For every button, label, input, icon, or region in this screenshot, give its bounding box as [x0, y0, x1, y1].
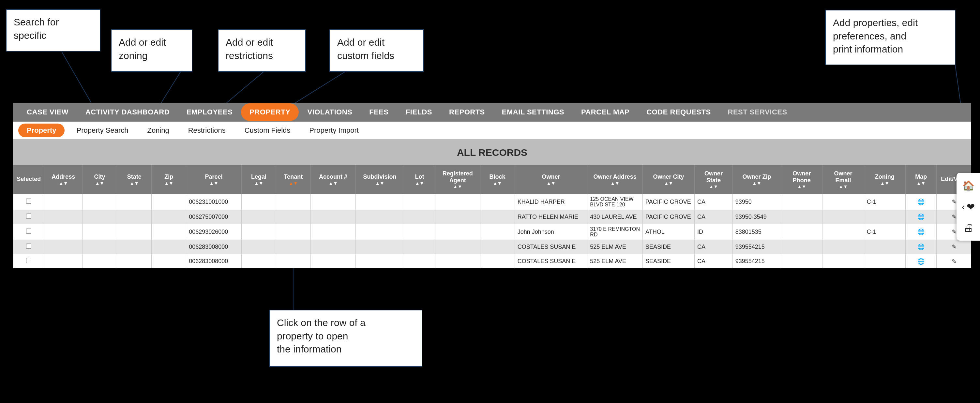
table-row[interactable]: 006283008000 COSTALES SUSAN E 525 ELM AV… — [13, 254, 972, 268]
pencil-icon[interactable]: ✎ — [951, 228, 956, 235]
nav-activity-dashboard[interactable]: ACTIVITY DASHBOARD — [77, 103, 178, 121]
pencil-icon[interactable]: ✎ — [951, 258, 956, 265]
row-checkbox[interactable] — [26, 244, 31, 249]
col-label: Owner Address — [593, 173, 636, 180]
cell-owner-zip: 93950-3549 — [732, 209, 781, 224]
col-selected[interactable]: Selected — [13, 165, 45, 194]
globe-icon[interactable]: 🌐 — [917, 243, 924, 251]
row-checkbox[interactable] — [26, 258, 31, 263]
cell-owner-address: 3170 E REMINGTON RD — [587, 224, 643, 240]
subnav-property[interactable]: Property — [18, 124, 65, 137]
col-label: Parcel — [205, 173, 223, 180]
cell-owner-state: CA — [695, 254, 733, 268]
subnav-custom-fields[interactable]: Custom Fields — [237, 124, 298, 137]
table-row[interactable]: 006231001000 KHALID HARPER 125 OCEAN VIE… — [13, 194, 972, 209]
nav-fees[interactable]: FEES — [361, 103, 397, 121]
cell-owner-city: PACIFIC GROVE — [643, 209, 695, 224]
nav-code-requests[interactable]: CODE REQUESTS — [638, 103, 719, 121]
nav-parcel-map[interactable]: PARCEL MAP — [573, 103, 638, 121]
sort-icon: ▲▼ — [313, 182, 353, 185]
col-owner-email[interactable]: Owner Email▲▼ — [822, 165, 864, 194]
home-icon[interactable]: 🏠 — [963, 180, 974, 191]
cell-owner-address: 430 LAUREL AVE — [587, 209, 643, 224]
globe-icon[interactable]: 🌐 — [917, 213, 924, 221]
cell-zoning — [864, 254, 905, 268]
nav-rest-services[interactable]: REST SERVICES — [719, 103, 796, 121]
col-city[interactable]: City▲▼ — [83, 165, 117, 194]
table-row[interactable]: 006275007000 RATTO HELEN MARIE 430 LAURE… — [13, 209, 972, 224]
col-owner-phone[interactable]: Owner Phone▲▼ — [781, 165, 822, 194]
table-row[interactable]: 006283008000 COSTALES SUSAN E 525 ELM AV… — [13, 240, 972, 254]
main-nav: CASE VIEW ACTIVITY DASHBOARD EMPLOYEES P… — [13, 103, 971, 122]
col-address[interactable]: Address▲▼ — [45, 165, 83, 194]
cell-owner: John Johnson — [515, 224, 587, 240]
col-subdivision[interactable]: Subdivision▲▼ — [355, 165, 404, 194]
col-block[interactable]: Block▲▼ — [480, 165, 515, 194]
side-toolbar: 🏠 ‹ ❤ 🖨 — [956, 173, 980, 241]
col-account[interactable]: Account #▲▼ — [310, 165, 355, 194]
col-label: Zip — [164, 173, 173, 180]
callout-text: Add or edit custom fields — [337, 37, 394, 61]
pencil-icon[interactable]: ✎ — [951, 244, 956, 250]
col-owner[interactable]: Owner▲▼ — [515, 165, 587, 194]
globe-icon[interactable]: 🌐 — [917, 258, 924, 265]
row-checkbox[interactable] — [26, 228, 31, 234]
nav-property[interactable]: PROPERTY — [241, 103, 299, 121]
nav-email-settings[interactable]: EMAIL SETTINGS — [493, 103, 573, 121]
sort-icon: ▲▼ — [84, 182, 115, 185]
chevron-left-icon[interactable]: ‹ — [962, 202, 965, 212]
col-owner-city[interactable]: Owner City▲▼ — [643, 165, 695, 194]
col-label: State — [127, 173, 142, 180]
pencil-icon[interactable]: ✎ — [951, 214, 956, 220]
col-owner-address[interactable]: Owner Address▲▼ — [587, 165, 643, 194]
col-zoning[interactable]: Zoning▲▼ — [864, 165, 905, 194]
heart-icon[interactable]: ❤ — [967, 201, 975, 213]
col-label: Subdivision — [363, 173, 396, 180]
print-icon[interactable]: 🖨 — [963, 222, 973, 233]
col-label: Owner — [542, 173, 560, 180]
table-row[interactable]: 006293026000 John Johnson 3170 E REMINGT… — [13, 224, 972, 240]
callout-text: Add or edit restrictions — [226, 37, 273, 61]
sort-icon: ▲▼ — [908, 182, 934, 185]
col-owner-zip[interactable]: Owner Zip▲▼ — [732, 165, 781, 194]
callout-restrictions: Add or edit restrictions — [218, 29, 306, 72]
cell-parcel: 006283008000 — [186, 240, 242, 254]
cell-parcel: 006231001000 — [186, 194, 242, 209]
col-label: Tenant — [284, 173, 303, 180]
sort-icon: ▲▼ — [243, 182, 274, 185]
col-label: Zoning — [875, 173, 894, 180]
subnav-zoning[interactable]: Zoning — [140, 124, 176, 137]
sort-icon: ▲▼ — [866, 182, 904, 185]
nav-fields[interactable]: FIELDS — [397, 103, 441, 121]
col-owner-state[interactable]: Owner State▲▼ — [695, 165, 733, 194]
globe-icon[interactable]: 🌐 — [917, 198, 924, 205]
cell-owner-state: CA — [695, 194, 733, 209]
cell-owner-city: SEASIDE — [643, 254, 695, 268]
nav-violations[interactable]: VIOLATIONS — [299, 103, 361, 121]
col-label: Owner Zip — [742, 173, 771, 180]
col-label: City — [94, 173, 105, 180]
subnav-property-search[interactable]: Property Search — [69, 124, 135, 137]
pencil-icon[interactable]: ✎ — [951, 198, 956, 205]
col-registered-agent[interactable]: Registered Agent▲▼ — [435, 165, 480, 194]
col-lot[interactable]: Lot▲▼ — [404, 165, 435, 194]
row-checkbox[interactable] — [26, 214, 31, 219]
globe-icon[interactable]: 🌐 — [917, 228, 924, 235]
cell-owner-city: PACIFIC GROVE — [643, 194, 695, 209]
nav-reports[interactable]: REPORTS — [441, 103, 493, 121]
col-parcel[interactable]: Parcel▲▼ — [186, 165, 242, 194]
col-legal[interactable]: Legal▲▼ — [241, 165, 276, 194]
col-tenant[interactable]: Tenant▲▼ — [276, 165, 310, 194]
subnav-restrictions[interactable]: Restrictions — [181, 124, 233, 137]
subnav-property-import[interactable]: Property Import — [302, 124, 366, 137]
sort-icon: ▲▼ — [188, 182, 239, 185]
row-checkbox[interactable] — [26, 198, 31, 204]
col-state[interactable]: State▲▼ — [117, 165, 152, 194]
col-zip[interactable]: Zip▲▼ — [152, 165, 186, 194]
sort-icon: ▲▼ — [46, 182, 80, 185]
nav-employees[interactable]: EMPLOYEES — [178, 103, 241, 121]
col-map[interactable]: Map▲▼ — [905, 165, 936, 194]
cell-owner-zip: 83801535 — [732, 224, 781, 240]
col-label: Owner State — [705, 170, 723, 184]
nav-case-view[interactable]: CASE VIEW — [18, 103, 77, 121]
